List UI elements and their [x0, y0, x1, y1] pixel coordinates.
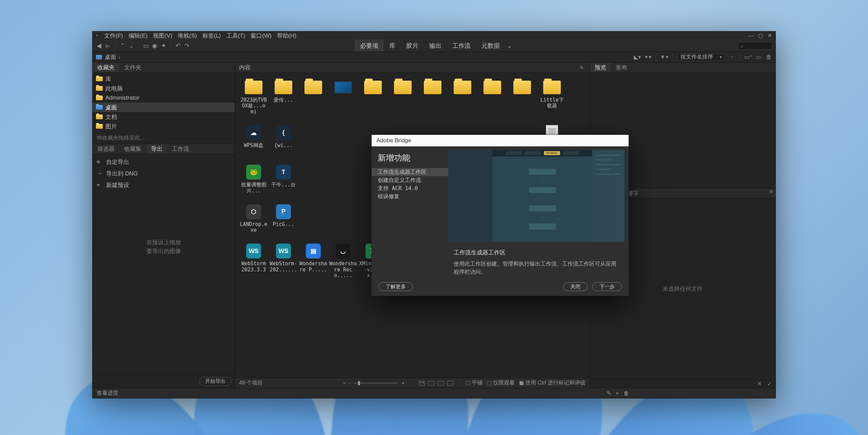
file-item[interactable]: 爱传... [270, 79, 297, 115]
recent-dropdown[interactable]: ⌄ [128, 43, 134, 49]
feature-list-item[interactable]: 工作流生成器工作区 [372, 168, 448, 176]
workspace-more-icon[interactable]: ⌄ [505, 42, 513, 49]
file-item[interactable]: WSWebStorm-202...... [270, 243, 297, 278]
file-item[interactable] [359, 79, 387, 115]
file-item[interactable]: 2023的TVBOX最...om) [240, 79, 268, 115]
favorite-item[interactable]: 桌面 [93, 103, 235, 112]
workspace-tab[interactable]: 必要项 [355, 40, 384, 51]
rotate-ccw-button[interactable]: ↶ [175, 43, 181, 49]
menu-item[interactable]: 标签(L) [202, 32, 221, 40]
file-item[interactable] [449, 79, 476, 115]
nav-up-button[interactable]: ⌃ [119, 43, 125, 49]
detail-view-icon[interactable] [438, 381, 444, 386]
panel-tab[interactable]: 预览 [590, 63, 611, 72]
file-item[interactable] [329, 79, 357, 115]
panel-tab[interactable]: 文件夹 [119, 63, 146, 72]
file-item[interactable] [478, 79, 506, 115]
file-item[interactable]: 🐸批量调整图片... [240, 164, 268, 194]
trash-icon[interactable]: 🗑 [624, 390, 629, 396]
favorite-item[interactable]: 文档 [93, 112, 235, 122]
pencil-icon[interactable]: ✎ [607, 390, 611, 396]
menu-item[interactable]: 编辑(E) [129, 32, 148, 40]
camera-icon[interactable]: ◉ [152, 43, 158, 49]
feature-list-item[interactable]: 创建自定义工作流 [372, 176, 448, 184]
file-item[interactable]: WSWebStorm 2023.3.3 [240, 243, 268, 278]
file-item[interactable]: {{wi... [270, 124, 297, 154]
apply-icon[interactable]: ✓ [767, 380, 772, 388]
maximize-button[interactable]: ▢ [758, 33, 763, 39]
sort-dropdown[interactable]: 按文件名排序▾ [677, 54, 725, 61]
workspace-tab[interactable]: 元数据 [476, 40, 505, 51]
option-tile[interactable]: 平铺 [466, 379, 482, 387]
sort-order-icon[interactable]: ↑ [728, 54, 735, 60]
file-item[interactable] [419, 79, 447, 115]
new-folder-icon[interactable]: ▭⁺ [745, 54, 752, 60]
option-view-only[interactable]: 仅限观看 [487, 379, 515, 387]
zoom-out-button[interactable]: − [343, 380, 346, 386]
workspace-tab[interactable]: 胶片 [401, 40, 424, 51]
favorite-item[interactable]: 图片 [93, 122, 235, 131]
export-preset-row[interactable]: +新建预设 [93, 179, 235, 191]
export-preset-row[interactable]: →导出到 DNG [93, 168, 235, 179]
thumb-view-icon[interactable] [428, 381, 434, 386]
grid-view-icon[interactable] [419, 381, 425, 386]
menu-item[interactable]: 帮助(H) [277, 32, 297, 40]
panel-tab[interactable]: 收藏夹 [93, 63, 119, 72]
panel-menu-icon[interactable]: ≡ [767, 188, 775, 198]
trash-icon[interactable]: 🗑 [765, 54, 772, 60]
menu-item[interactable]: 视图(V) [153, 32, 172, 40]
minimize-button[interactable]: — [748, 33, 753, 39]
close-dialog-button[interactable]: 关闭 [563, 282, 588, 291]
menu-item[interactable]: 工具(T) [226, 32, 245, 40]
close-button[interactable]: ✕ [768, 33, 772, 39]
next-button[interactable]: 下一步 [592, 282, 622, 291]
filter-funnel-icon[interactable]: ▼▾ [661, 54, 668, 60]
feature-list-item[interactable]: 错误修复 [372, 192, 448, 201]
favorite-item[interactable]: Administrator [93, 93, 235, 103]
rotate-cw-button[interactable]: ↷ [184, 43, 190, 49]
menu-item[interactable]: 窗口(W) [251, 32, 271, 40]
open-recent-icon[interactable]: ▭ [755, 54, 762, 60]
cancel-icon[interactable]: ✕ [757, 380, 762, 388]
menu-item[interactable]: 文件(F) [104, 32, 123, 40]
option-ctrl-label[interactable]: 使用 Ctrl 进行标记和评级 [519, 379, 586, 387]
filter-star-icon[interactable]: ◣▾ [634, 54, 641, 60]
breadcrumb[interactable]: 桌面 [105, 53, 116, 61]
feature-list-item[interactable]: 支持 ACR 14.0 [372, 184, 448, 192]
panel-tab[interactable]: 发布 [611, 63, 632, 72]
file-item[interactable]: ▤Wondershare P..... [299, 243, 327, 278]
reveal-button[interactable]: ▭ [143, 43, 149, 49]
workspace-tab[interactable]: 库 [384, 40, 401, 51]
learn-more-button[interactable]: 了解更多 [378, 282, 413, 291]
search-input[interactable]: ⌕ [738, 42, 772, 49]
start-export-button[interactable]: 开始导出 [199, 377, 231, 386]
nav-forward-button[interactable]: ▶ [105, 43, 111, 49]
favorite-item[interactable]: 库 [93, 74, 235, 84]
file-item[interactable]: ⬡LANDrop.exe [240, 203, 268, 233]
file-item[interactable]: PPicG... [270, 203, 297, 233]
thumbnail-slider[interactable] [354, 382, 398, 384]
workspace-tab[interactable]: 输出 [424, 40, 447, 51]
favorite-item[interactable]: 此电脑 [93, 84, 235, 93]
zoom-in-button[interactable]: + [401, 380, 405, 386]
panel-tab[interactable]: 收藏集 [119, 144, 146, 154]
refine-icon[interactable]: ✦ [160, 43, 166, 49]
panel-tab[interactable]: 导出 [146, 144, 167, 154]
panel-tab[interactable]: 工作流 [167, 144, 194, 154]
progress-label[interactable]: 查看进度 [97, 390, 118, 397]
file-item[interactable]: ◡Wondershare Reco..... [329, 243, 357, 278]
export-preset-row[interactable]: ⎆自定导出 [93, 156, 235, 168]
list-view-icon[interactable] [447, 381, 453, 386]
workspace-tab[interactable]: 工作流 [447, 40, 476, 51]
panel-tab[interactable]: 筛选器 [93, 144, 119, 154]
nav-back-button[interactable]: ◀ [96, 43, 102, 49]
file-item[interactable] [508, 79, 536, 115]
file-item[interactable]: T千牛...台 [270, 164, 297, 194]
panel-menu-icon[interactable]: ≡ [577, 64, 586, 71]
menu-item[interactable]: 堆栈(S) [178, 32, 197, 40]
plus-icon[interactable]: + [616, 390, 619, 396]
file-item[interactable]: ☁WPS网盘 [240, 124, 268, 154]
file-item[interactable] [389, 79, 417, 115]
file-item[interactable] [299, 79, 327, 115]
file-item[interactable]: Little下载器 [538, 79, 566, 115]
